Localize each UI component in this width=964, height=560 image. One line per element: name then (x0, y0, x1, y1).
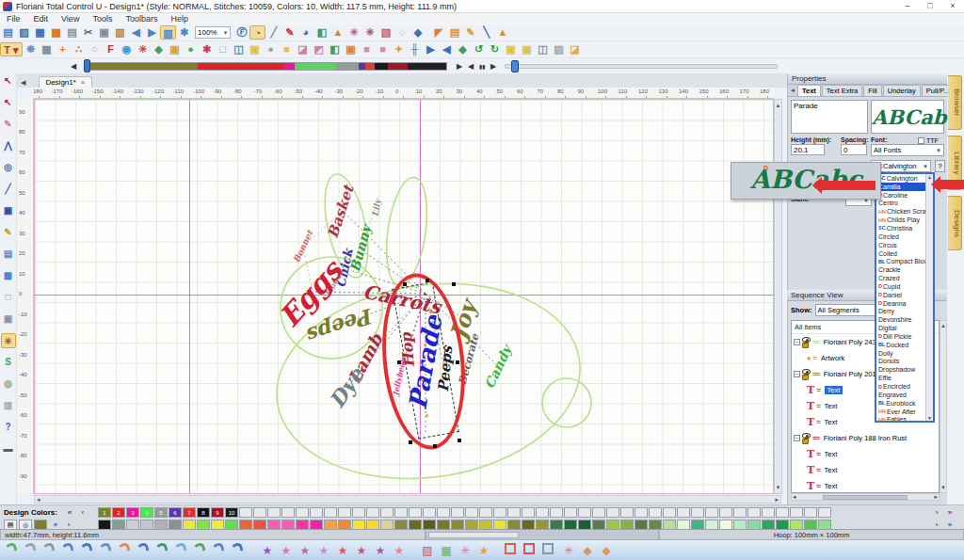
font-option-encircled[interactable]: DEncircled (876, 382, 925, 391)
font-option-centro[interactable]: Centro (876, 200, 925, 208)
font-option-devonshire[interactable]: Devonshire (876, 315, 925, 324)
check-green-icon[interactable]: ▦ (439, 543, 454, 558)
font-help-button[interactable]: ? (935, 160, 945, 172)
nodes-icon[interactable]: ∴ (71, 42, 87, 56)
thread-segment[interactable] (336, 63, 359, 70)
font-option-calvington[interactable]: SCCalvington (876, 174, 925, 183)
thread-segment[interactable] (284, 63, 294, 70)
select-arrow-icon[interactable]: ↖ (1, 73, 16, 88)
panel-icon[interactable]: ▥ (160, 25, 176, 40)
motif-curve-icon[interactable] (43, 543, 58, 558)
spacing-input[interactable]: 0 (841, 144, 867, 155)
shapes-icon[interactable]: ◧ (313, 25, 329, 40)
height-input[interactable]: 20.1 (791, 144, 825, 155)
sim-slider-track[interactable] (505, 64, 778, 69)
measure-icon[interactable]: ╱ (1, 182, 16, 197)
merge-icon[interactable]: ◫ (535, 42, 551, 56)
plus-shape-icon[interactable]: + (55, 42, 71, 56)
minimize-button[interactable]: – (896, 0, 919, 12)
side-tab-browser[interactable]: Browser (948, 75, 962, 130)
tab-close-icon[interactable]: × (81, 78, 86, 87)
notebook-icon[interactable]: ▤ (446, 25, 462, 40)
menu-toolbars[interactable]: Toolbars (119, 14, 164, 24)
font-option-engraved[interactable]: Engraved (876, 391, 925, 399)
font-option-effie[interactable]: Effie (876, 374, 925, 382)
grid-window-icon[interactable]: ◫ (231, 42, 247, 56)
canvas-vscrollbar[interactable]: ▴▾ (774, 99, 782, 494)
design-color-2[interactable]: 2 (112, 507, 125, 518)
font-option-dropshadow[interactable]: Dropshadow (876, 365, 925, 374)
thread-segment[interactable] (295, 63, 337, 70)
copy-layer-icon[interactable]: ▣ (503, 42, 519, 56)
thread-strip-slider[interactable] (84, 59, 90, 72)
pattern-icon[interactable]: ▨ (551, 42, 567, 56)
design-color-4[interactable]: 4 (140, 507, 153, 518)
save-icon[interactable]: ▦ (32, 25, 48, 40)
sim-step-back-icon[interactable]: ◀ (465, 62, 476, 71)
print-icon[interactable]: ▤ (64, 25, 80, 40)
wand2-icon[interactable]: ✳ (362, 25, 378, 40)
all-fonts-select[interactable]: All Fonts▼ (871, 144, 944, 156)
font-option-chicken-scratch[interactable]: HNChicken Scratch (876, 207, 925, 216)
motif-curve-icon[interactable] (62, 543, 77, 558)
open-icon[interactable]: ▨ (16, 25, 32, 40)
pink-square-icon[interactable]: ■ (359, 42, 375, 56)
font-icon[interactable]: F (103, 42, 119, 56)
font-option-donuts[interactable]: Donuts (876, 358, 925, 366)
font-option-childs-play[interactable]: HNChilds Play (876, 216, 925, 224)
green-ball-icon[interactable]: ● (183, 42, 199, 56)
menu-file[interactable]: File (0, 14, 27, 24)
design-color-6[interactable]: 6 (169, 507, 182, 518)
motif-curve-icon[interactable] (6, 543, 21, 558)
note-edit-icon[interactable]: ✎ (462, 25, 478, 40)
tabs-scroll-left-icon[interactable]: ◄ (788, 88, 797, 93)
motif-star-icon[interactable]: ★ (335, 543, 350, 558)
gray-circle-icon[interactable]: ● (263, 42, 279, 56)
close-button[interactable]: × (941, 0, 964, 12)
motif-star-icon[interactable]: ★ (373, 543, 388, 558)
design-color-9[interactable]: 9 (211, 507, 224, 518)
sequence-vscrollbar[interactable]: ▴▾ (940, 320, 947, 493)
prop-tab-fill[interactable]: Fill (863, 85, 882, 96)
line-tool-icon[interactable]: ╱ (265, 25, 281, 40)
text-input-area[interactable]: Parade (791, 100, 868, 134)
thread-segment[interactable] (388, 63, 408, 70)
thread-segment[interactable] (359, 63, 365, 70)
selection-handle[interactable] (426, 279, 429, 282)
lock-icon[interactable] (802, 439, 809, 444)
save-all-icon[interactable]: ▩ (48, 25, 64, 40)
settings-gear-icon[interactable]: ✱ (176, 25, 192, 40)
sequence-item[interactable]: T≈Text (792, 446, 939, 462)
motif-curve-icon[interactable] (175, 543, 190, 558)
thread-segment[interactable] (88, 63, 198, 70)
snowflake-icon[interactable]: ❋ (23, 42, 39, 56)
motif-curve-icon[interactable] (137, 543, 153, 558)
hatch-red-icon[interactable]: ▨ (420, 543, 435, 558)
diamond-icon[interactable]: ◆ (151, 42, 167, 56)
motif-star-icon[interactable]: ★ (316, 543, 331, 558)
motif-curve-icon[interactable] (100, 543, 115, 558)
hat-icon[interactable]: ◤ (430, 25, 446, 40)
motif-star-icon[interactable]: ★ (279, 543, 294, 558)
status-scrollbar[interactable] (426, 529, 659, 540)
flower-icon[interactable]: ✱ (199, 42, 215, 56)
ring-icon[interactable]: ◌ (394, 25, 410, 40)
view-3d-icon[interactable]: ▣ (1, 203, 16, 218)
font-option-circus[interactable]: Circus (876, 241, 925, 249)
rotate-cw-icon[interactable]: ↻ (487, 42, 503, 56)
thread-segment[interactable] (375, 63, 388, 70)
selection-handle[interactable] (409, 440, 412, 444)
menu-view[interactable]: View (55, 14, 86, 24)
side-tab-designs[interactable]: Designs (948, 196, 962, 250)
font-option-deanna[interactable]: DDeanna (876, 299, 925, 308)
design-color-5[interactable]: 5 (154, 507, 168, 518)
palette-first-icon[interactable]: « (49, 520, 62, 529)
thread-color-strip[interactable] (87, 62, 447, 71)
flame-icon[interactable]: ▲ (329, 25, 345, 40)
motif-curve-icon[interactable] (24, 543, 40, 558)
font-option-crackle[interactable]: Crackle (876, 265, 925, 274)
sim-step-fwd-icon[interactable]: ▶ (488, 62, 499, 71)
grid-icon[interactable]: ▦ (39, 42, 55, 56)
sequence-item[interactable]: T≈Text (792, 462, 939, 478)
pink-node-icon[interactable]: ◪ (295, 42, 311, 56)
